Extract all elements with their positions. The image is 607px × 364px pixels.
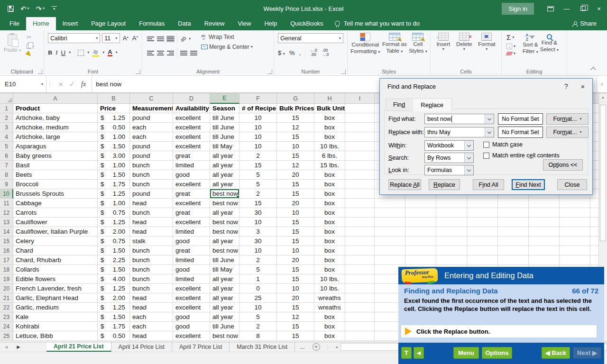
cell-C10[interactable]: pound: [130, 189, 173, 199]
next-button[interactable]: Next ▶: [573, 347, 601, 359]
column-header-B[interactable]: B: [98, 93, 130, 104]
audio-button[interactable]: ◀: [414, 347, 424, 359]
cell-A1[interactable]: Product: [13, 104, 98, 113]
cell-G8[interactable]: 20: [277, 170, 314, 180]
cell-G25[interactable]: 15: [277, 331, 314, 341]
cell-H20[interactable]: 10 lbs.: [314, 284, 345, 293]
cell-offscreen[interactable]: [405, 208, 436, 218]
paste-button[interactable]: Paste ▾: [3, 34, 22, 53]
decrease-indent-button[interactable]: [180, 50, 187, 56]
cell-I23[interactable]: [345, 312, 375, 322]
cell-F1[interactable]: # of Recipes: [239, 104, 277, 113]
align-center-button[interactable]: [157, 50, 164, 56]
cell-A19[interactable]: Edible flowers: [13, 274, 98, 284]
cell-E23[interactable]: all year: [210, 312, 239, 322]
find-what-combobox[interactable]: best now: [424, 114, 494, 124]
cell-A17[interactable]: Chard, Rhubarb: [13, 255, 98, 265]
cell-H15[interactable]: box: [314, 237, 345, 246]
cell-B22[interactable]: $1.25: [98, 303, 130, 312]
scroll-up-icon[interactable]: ▲: [599, 93, 607, 102]
options-button[interactable]: Options <<: [543, 159, 583, 171]
cell-D23[interactable]: good: [173, 312, 210, 322]
cell-H18[interactable]: box: [314, 265, 345, 274]
column-header-I[interactable]: I: [345, 93, 375, 104]
cell-D17[interactable]: limited: [173, 255, 210, 265]
font-size-combobox[interactable]: 11▾: [102, 33, 120, 43]
number-format-combobox[interactable]: General▾: [278, 33, 343, 43]
cell-offscreen[interactable]: [560, 199, 590, 208]
cell-D20[interactable]: excellent: [173, 284, 210, 293]
cell-E2[interactable]: till June: [210, 113, 239, 123]
cell-F4[interactable]: 10: [239, 132, 277, 142]
cell-B19[interactable]: $4.00: [98, 274, 130, 284]
cell-E16[interactable]: best now: [210, 246, 239, 255]
cell-H10[interactable]: box: [314, 189, 345, 199]
tab-review[interactable]: Review: [198, 17, 231, 30]
cell-B21[interactable]: $2.00: [98, 293, 130, 303]
cell-offscreen[interactable]: [498, 218, 529, 227]
sheet-nav-left-icon[interactable]: ◀: [0, 342, 12, 352]
increase-decimal-button[interactable]: ←.0.00: [310, 48, 317, 57]
cell-D4[interactable]: excellent: [173, 132, 210, 142]
cell-D25[interactable]: excellent: [173, 331, 210, 341]
cell-offscreen[interactable]: [529, 246, 560, 255]
cell-H7[interactable]: 15 lbs.: [314, 161, 345, 170]
cell-offscreen[interactable]: [529, 208, 560, 218]
cell-I22[interactable]: [345, 303, 375, 312]
cell-F13[interactable]: 10: [239, 218, 277, 227]
select-all-corner[interactable]: [0, 93, 13, 104]
cell-B15[interactable]: $0.75: [98, 237, 130, 246]
cell-G15[interactable]: 15: [277, 237, 314, 246]
row-header-9[interactable]: 9: [0, 180, 13, 189]
cell-G13[interactable]: 15: [277, 218, 314, 227]
cell-C4[interactable]: each: [130, 132, 173, 142]
cell-A22[interactable]: Garlic, medium: [13, 303, 98, 312]
cell-offscreen[interactable]: [467, 218, 498, 227]
cell-offscreen[interactable]: [375, 227, 405, 237]
cell-A10[interactable]: Brussels Sprouts: [13, 189, 98, 199]
cell-F7[interactable]: 15: [239, 161, 277, 170]
column-header-D[interactable]: D: [173, 93, 210, 104]
cell-B24[interactable]: $1.75: [98, 322, 130, 331]
cell-G24[interactable]: 15: [277, 322, 314, 331]
cell-I25[interactable]: [345, 331, 375, 341]
row-header-13[interactable]: 13: [0, 218, 13, 227]
cell-G3[interactable]: 12: [277, 123, 314, 132]
minimize-button[interactable]: —: [559, 0, 575, 17]
tab-page-layout[interactable]: Page Layout: [84, 17, 132, 30]
font-color-button[interactable]: A: [108, 49, 112, 56]
search-dropdown-icon[interactable]: [464, 153, 473, 163]
row-header-1[interactable]: 1: [0, 104, 13, 113]
cell-D1[interactable]: Availability: [173, 104, 210, 113]
cell-A5[interactable]: Asparagus: [13, 142, 98, 151]
close-button[interactable]: ×: [591, 0, 607, 17]
cell-E25[interactable]: best now: [210, 331, 239, 341]
cell-I7[interactable]: [345, 161, 375, 170]
cell-B13[interactable]: $1.25: [98, 218, 130, 227]
cell-I18[interactable]: [345, 265, 375, 274]
cell-I11[interactable]: [345, 199, 375, 208]
active-cell-E10[interactable]: best now: [210, 189, 239, 199]
cell-F6[interactable]: 2: [239, 151, 277, 161]
cell-C1[interactable]: Measurement: [130, 104, 173, 113]
look-in-combobox[interactable]: Formulas: [424, 165, 474, 175]
cell-A3[interactable]: Artichoke, medium: [13, 123, 98, 132]
cell-offscreen[interactable]: [436, 227, 467, 237]
cell-D24[interactable]: good: [173, 322, 210, 331]
sheet-tab-overflow[interactable]: ...: [295, 342, 309, 352]
cell-offscreen[interactable]: [498, 237, 529, 246]
cell-E21[interactable]: all year: [210, 293, 239, 303]
cell-D7[interactable]: limited: [173, 161, 210, 170]
cell-F3[interactable]: 10: [239, 123, 277, 132]
column-header-F[interactable]: F: [239, 93, 277, 104]
cell-F18[interactable]: 5: [239, 265, 277, 274]
cell-E19[interactable]: all year: [210, 274, 239, 284]
cell-offscreen[interactable]: [375, 208, 405, 218]
row-header-10[interactable]: 10: [0, 189, 13, 199]
cell-G17[interactable]: 20: [277, 255, 314, 265]
cell-E11[interactable]: best now: [210, 199, 239, 208]
cell-I1[interactable]: [345, 104, 375, 113]
cell-G9[interactable]: 15: [277, 180, 314, 189]
cell-offscreen[interactable]: [436, 199, 467, 208]
cell-F22[interactable]: 10: [239, 303, 277, 312]
